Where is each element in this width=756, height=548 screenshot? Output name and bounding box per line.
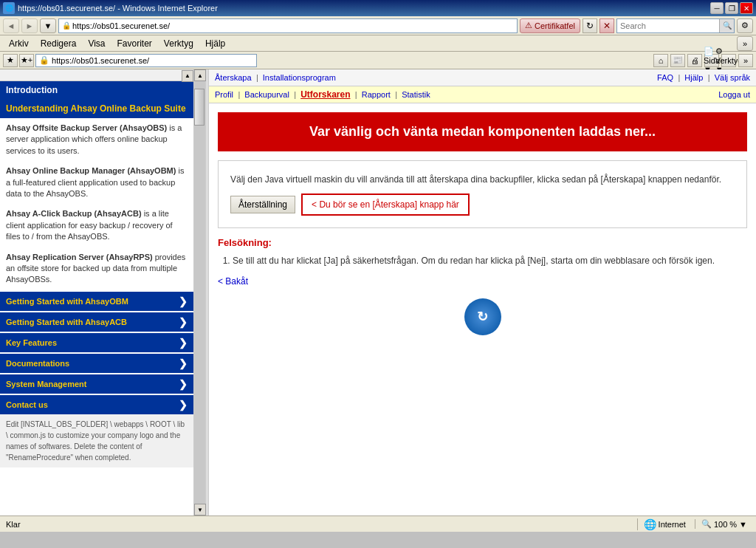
menu-favoriter[interactable]: Favoriter (111, 37, 158, 50)
sidebar-footer-text: Edit [INSTALL_OBS_FOLDER] \ webapps \ RO… (0, 414, 193, 467)
stop-button[interactable]: ✕ (599, 18, 614, 33)
sidebar-item-contact-us[interactable]: Contact us ❯ (0, 395, 193, 414)
status-bar: Klar 🌐 Internet 🔍 100 % ▼ (0, 516, 756, 532)
sub-nav-sep-3: | (355, 90, 360, 99)
chevron-down-icon: ❯ (179, 399, 188, 411)
menu-visa[interactable]: Visa (82, 37, 111, 50)
sidebar-scroll-up[interactable]: ▲ (194, 69, 206, 81)
extra-button[interactable]: » (738, 54, 753, 67)
aterskapa-link[interactable]: Återskapa (215, 73, 252, 82)
lock-icon: 🔒 (62, 21, 71, 30)
sidebar-intro: Introduction (0, 81, 193, 99)
sidebar-scrollbar: ▲ ▼ (193, 69, 205, 516)
refresh-button[interactable]: ↻ (583, 18, 597, 33)
restore-row: Återställning < Du bör se en [Återskapa]… (230, 193, 735, 216)
sidebar-understanding-link[interactable]: Understanding Ahsay Online Backup Suite (0, 99, 193, 118)
fav-star-button[interactable]: ★ (3, 54, 18, 67)
sidebar-outer: ▲ Introduction Understanding Ahsay Onlin… (0, 69, 205, 516)
dropdown-button[interactable]: ▼ (40, 18, 56, 33)
logo-area: ↻ (209, 292, 756, 341)
back-link-container: < Bakåt (218, 276, 747, 287)
ie-icon: 🌐 (3, 2, 15, 14)
title-bar: 🌐 https://obs01.securenet.se/ - Windows … (0, 0, 756, 16)
restore-button[interactable]: ❐ (725, 2, 738, 14)
restore-button[interactable]: Återställning (230, 196, 295, 213)
window-title: https://obs01.securenet.se/ - Windows In… (18, 4, 218, 13)
sidebar-acb-text: Ahsay A-Click Backup (AhsayACB) is a lit… (0, 204, 193, 247)
menu-verktyg[interactable]: Verktyg (158, 37, 199, 50)
chevron-down-icon: ❯ (179, 337, 188, 349)
troubleshoot-item-1: Se till att du har klickat [Ja] på säker… (233, 254, 747, 267)
back-link[interactable]: < Bakåt (218, 276, 248, 287)
sidebar-obs-text: Ahsay Offsite Backup Server (AhsayOBS) i… (0, 118, 193, 161)
sidebar-rps-text: Ahsay Replication Server (AhsayRPS) prov… (0, 247, 193, 290)
sidebar-obm-text: Ahsay Online Backup Manager (AhsayOBM) i… (0, 161, 193, 204)
sidebar-scroll-track[interactable] (194, 81, 205, 504)
address-wrapper: 🔒 (58, 18, 518, 33)
utforskaren-active[interactable]: Utforskaren (300, 89, 350, 100)
zone-label: Internet (659, 520, 686, 529)
sub-nav-sep-2: | (294, 90, 298, 99)
troubleshoot-section: Felsökning: Se till att du har klickat [… (218, 237, 747, 267)
backupurval-link[interactable]: Backupurval (244, 90, 289, 99)
home-button[interactable]: ⌂ (653, 54, 668, 67)
zoom-level: 100 % (714, 520, 737, 529)
status-text: Klar (3, 520, 634, 529)
close-button[interactable]: ✕ (740, 2, 753, 14)
top-nav: Återskapa | Installationsprogram FAQ | H… (209, 69, 756, 86)
installationsprogram-link[interactable]: Installationsprogram (263, 73, 336, 82)
tools-menu-button[interactable]: ⚙ Verktyg ▼ (721, 54, 736, 67)
instruction-text: Välj den Java virtuell maskin du vill an… (230, 173, 735, 186)
cert-error-badge[interactable]: ⚠ Certifikatfel (520, 18, 580, 33)
chevron-down-icon: ❯ (179, 378, 188, 390)
address-input[interactable] (72, 21, 514, 30)
menu-hjalp[interactable]: Hjälp (199, 37, 231, 50)
search-input[interactable] (617, 21, 719, 30)
search-go-button[interactable]: 🔍 (719, 19, 734, 32)
statistik-link[interactable]: Statistik (402, 90, 430, 99)
hjalp-link[interactable]: Hjälp (684, 73, 703, 82)
nav-separator-3: | (708, 73, 712, 82)
sidebar-scroll-thumb[interactable] (194, 89, 205, 126)
main-content: Återskapa | Installationsprogram FAQ | H… (209, 69, 756, 516)
fav-add-button[interactable]: ★+ (19, 54, 34, 67)
valj-sprak-link[interactable]: Välj språk (715, 73, 750, 82)
back-button[interactable]: ◄ (3, 18, 19, 33)
browser-content: ▲ Introduction Understanding Ahsay Onlin… (0, 69, 756, 516)
sub-nav-sep-4: | (395, 90, 399, 99)
menu-redigera[interactable]: Redigera (35, 37, 83, 50)
status-zone: 🌐 Internet (637, 518, 692, 530)
troubleshoot-list: Se till att du har klickat [Ja] på säker… (233, 254, 747, 267)
logo-icon: ↻ (464, 298, 501, 335)
address-bar: ◄ ► ▼ 🔒 ⚠ Certifikatfel ↻ ✕ 🔍 ⚙ (0, 16, 756, 35)
restore-hint: < Du bör se en [Återskapa] knapp här (301, 193, 470, 216)
nav-separator-1: | (256, 73, 261, 82)
sidebar-scroll-down[interactable]: ▼ (194, 504, 206, 516)
sidebar-item-system-management[interactable]: System Management ❯ (0, 374, 193, 394)
menu-arkiv[interactable]: Arkiv (3, 37, 35, 50)
minimize-button[interactable]: ─ (710, 2, 724, 14)
chevron-down-icon: ❯ (179, 316, 188, 328)
faq-link[interactable]: FAQ (657, 73, 673, 82)
sub-nav: Profil | Backupurval | Utforskaren | Rap… (209, 86, 756, 103)
logga-ut-link[interactable]: Logga ut (718, 90, 750, 99)
tools-button[interactable]: ⚙ (737, 18, 753, 33)
search-wrapper: 🔍 (616, 18, 735, 33)
sidebar-item-documentations[interactable]: Documentations ❯ (0, 354, 193, 373)
rapport-link[interactable]: Rapport (362, 90, 391, 99)
status-zoom: 🔍 100 % ▼ (695, 519, 753, 529)
forward-button[interactable]: ► (21, 18, 38, 33)
chevron-down-icon: ❯ (179, 295, 188, 307)
cert-error-text: Certifikatfel (535, 21, 575, 30)
feeds-button[interactable]: 📰 (670, 54, 685, 67)
sidebar-item-key-features[interactable]: Key Features ❯ (0, 333, 193, 352)
zoom-dropdown-icon[interactable]: ▼ (739, 520, 747, 529)
sidebar-item-getting-started-obm[interactable]: Getting Started with AhsayOBM ❯ (0, 292, 193, 311)
sidebar-item-getting-started-acb[interactable]: Getting Started with AhsayACB ❯ (0, 312, 193, 332)
scroll-up-arrow[interactable]: ▲ (182, 70, 193, 82)
sidebar: ▲ Introduction Understanding Ahsay Onlin… (0, 69, 193, 516)
chevron-down-icon: ❯ (179, 357, 188, 369)
profil-link[interactable]: Profil (215, 90, 233, 99)
internet-icon: 🌐 (644, 518, 656, 530)
print-button[interactable]: 🖨 (687, 54, 702, 67)
